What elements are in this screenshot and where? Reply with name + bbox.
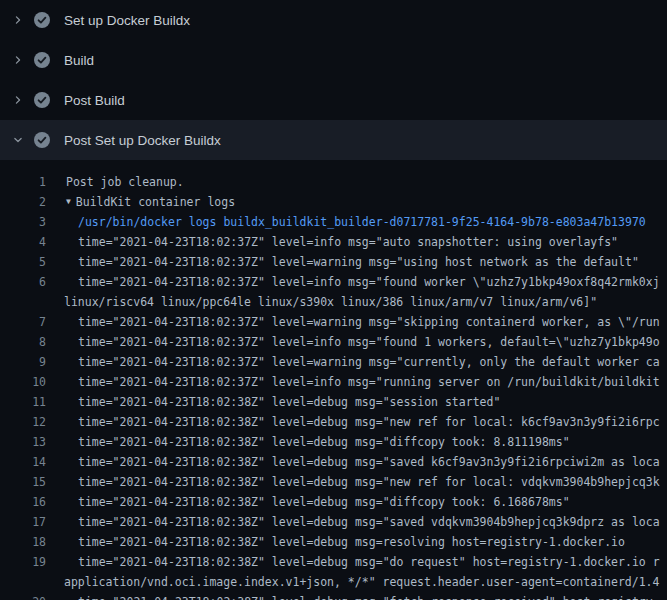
log-line-number[interactable]: 20 — [0, 592, 46, 600]
log-line: 5 time="2021-04-23T18:02:37Z" level=warn… — [0, 252, 667, 272]
log-line-number[interactable]: 19 — [0, 552, 46, 572]
log-line-number[interactable]: 11 — [0, 392, 46, 412]
chevron-right-icon — [13, 55, 23, 65]
step-title: Post Build — [64, 93, 125, 108]
log-line-number[interactable] — [0, 292, 46, 312]
log-line-number[interactable]: 8 — [0, 332, 46, 352]
log-line-text: /usr/bin/docker logs buildx_buildkit_bui… — [46, 212, 646, 232]
log-line-number[interactable]: 7 — [0, 312, 46, 332]
status-check-circle-icon — [34, 52, 50, 68]
chevron-down-icon — [13, 135, 23, 145]
step-title: Post Set up Docker Buildx — [64, 133, 221, 148]
log-line: 13 time="2021-04-23T18:02:38Z" level=deb… — [0, 432, 667, 452]
log-line-text: time="2021-04-23T18:02:38Z" level=debug … — [46, 552, 660, 572]
log-line-text: time="2021-04-23T18:02:38Z" level=debug … — [46, 592, 660, 600]
log-line: 18 time="2021-04-23T18:02:38Z" level=deb… — [0, 532, 667, 552]
log-line: 6 time="2021-04-23T18:02:37Z" level=info… — [0, 272, 667, 292]
log-line: application/vnd.oci.image.index.v1+json,… — [0, 572, 667, 592]
log-line: 10 time="2021-04-23T18:02:37Z" level=inf… — [0, 372, 667, 392]
step-section-header[interactable]: Post Build — [0, 80, 667, 120]
log-line: 12 time="2021-04-23T18:02:38Z" level=deb… — [0, 412, 667, 432]
log-line-number[interactable]: 4 — [0, 232, 46, 252]
log-line: 16 time="2021-04-23T18:02:38Z" level=deb… — [0, 492, 667, 512]
log-line-text: linux/riscv64 linux/ppc64le linux/s390x … — [46, 292, 597, 312]
log-line-text: time="2021-04-23T18:02:37Z" level=info m… — [46, 272, 660, 292]
workflow-log-panel: Set up Docker Buildx Build Post Build — [0, 0, 667, 600]
step-section-header[interactable]: Set up Docker Buildx — [0, 0, 667, 40]
log-line-text: time="2021-04-23T18:02:38Z" level=debug … — [46, 492, 570, 512]
log-line-text: time="2021-04-23T18:02:38Z" level=debug … — [46, 512, 660, 532]
log-line-text: time="2021-04-23T18:02:37Z" level=warnin… — [46, 252, 639, 272]
log-line: 19 time="2021-04-23T18:02:38Z" level=deb… — [0, 552, 667, 572]
log-line-text: time="2021-04-23T18:02:38Z" level=debug … — [46, 452, 660, 472]
log-line-number[interactable]: 10 — [0, 372, 46, 392]
log-line: 15 time="2021-04-23T18:02:38Z" level=deb… — [0, 472, 667, 492]
log-line-text: time="2021-04-23T18:02:38Z" level=debug … — [46, 432, 570, 452]
log-line-text: time="2021-04-23T18:02:38Z" level=debug … — [46, 392, 500, 412]
log-line-text: time="2021-04-23T18:02:37Z" level=info m… — [46, 332, 660, 352]
log-line: 11 time="2021-04-23T18:02:38Z" level=deb… — [0, 392, 667, 412]
log-line: 14 time="2021-04-23T18:02:38Z" level=deb… — [0, 452, 667, 472]
log-output: 1 Post job cleanup. 2 ▼ BuildKit contain… — [0, 160, 667, 600]
chevron-right-icon — [13, 95, 23, 105]
log-line-number[interactable]: 12 — [0, 412, 46, 432]
log-line-text: BuildKit container logs — [71, 192, 235, 212]
log-line: 20 time="2021-04-23T18:02:38Z" level=deb… — [0, 592, 667, 600]
log-line-text: time="2021-04-23T18:02:38Z" level=debug … — [46, 412, 660, 432]
log-line-number[interactable]: 18 — [0, 532, 46, 552]
group-toggle-icon[interactable]: ▼ — [46, 192, 71, 212]
log-line-text: time="2021-04-23T18:02:37Z" level=warnin… — [46, 312, 660, 332]
log-line-text: time="2021-04-23T18:02:37Z" level=info m… — [46, 372, 660, 392]
log-line: 9 time="2021-04-23T18:02:37Z" level=warn… — [0, 352, 667, 372]
log-line-number[interactable]: 14 — [0, 452, 46, 472]
log-line-text: Post job cleanup. — [46, 172, 184, 192]
log-line-number[interactable]: 16 — [0, 492, 46, 512]
log-line-number[interactable]: 3 — [0, 212, 46, 232]
log-line-number[interactable]: 6 — [0, 272, 46, 292]
log-line-number[interactable]: 15 — [0, 472, 46, 492]
step-section-header[interactable]: Post Set up Docker Buildx — [0, 120, 667, 160]
log-line-text: application/vnd.oci.image.index.v1+json,… — [46, 572, 659, 592]
step-section-header[interactable]: Build — [0, 40, 667, 80]
log-line-text: time="2021-04-23T18:02:37Z" level=info m… — [46, 232, 618, 252]
log-line: 8 time="2021-04-23T18:02:37Z" level=info… — [0, 332, 667, 352]
log-line-number[interactable]: 1 — [0, 172, 46, 192]
status-check-circle-icon — [34, 92, 50, 108]
log-line: 4 time="2021-04-23T18:02:37Z" level=info… — [0, 232, 667, 252]
step-section-list: Set up Docker Buildx Build Post Build — [0, 0, 667, 160]
log-line-number[interactable] — [0, 572, 46, 592]
log-line-number[interactable]: 9 — [0, 352, 46, 372]
status-check-circle-icon — [34, 12, 50, 28]
log-line-number[interactable]: 13 — [0, 432, 46, 452]
log-line: 7 time="2021-04-23T18:02:37Z" level=warn… — [0, 312, 667, 332]
log-line-number[interactable]: 17 — [0, 512, 46, 532]
log-line-text: time="2021-04-23T18:02:38Z" level=debug … — [46, 532, 625, 552]
status-check-circle-icon — [34, 132, 50, 148]
log-line-number[interactable]: 2 — [0, 192, 46, 212]
chevron-right-icon — [13, 15, 23, 25]
log-line: linux/riscv64 linux/ppc64le linux/s390x … — [0, 292, 667, 312]
log-line-text: time="2021-04-23T18:02:37Z" level=warnin… — [46, 352, 660, 372]
log-line: 2 ▼ BuildKit container logs — [0, 192, 667, 212]
step-title: Build — [64, 53, 94, 68]
log-line-text: time="2021-04-23T18:02:38Z" level=debug … — [46, 472, 660, 492]
log-line-number[interactable]: 5 — [0, 252, 46, 272]
log-line: 1 Post job cleanup. — [0, 172, 667, 192]
step-title: Set up Docker Buildx — [64, 13, 190, 28]
log-line: 17 time="2021-04-23T18:02:38Z" level=deb… — [0, 512, 667, 532]
log-line: 3 /usr/bin/docker logs buildx_buildkit_b… — [0, 212, 667, 232]
